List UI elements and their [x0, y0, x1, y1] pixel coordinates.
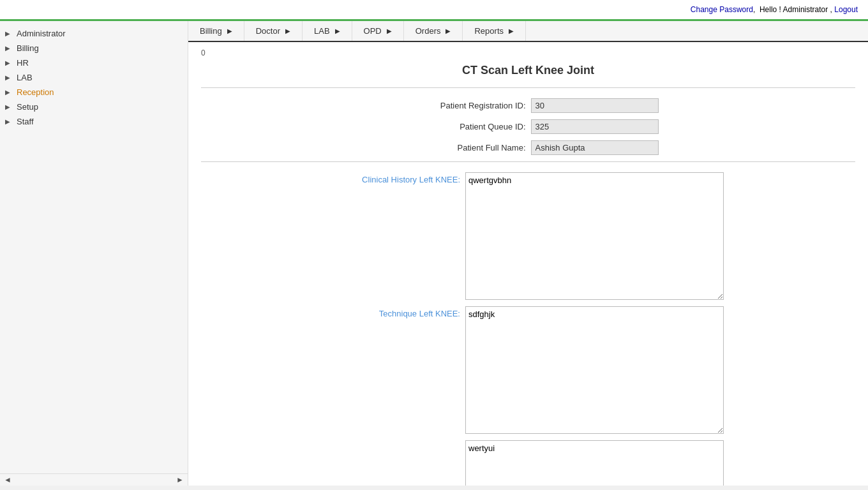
sidebar-toggle[interactable]: ◄ ►: [0, 473, 188, 486]
nav-arrow-icon: ▶: [227, 27, 232, 34]
sidebar-label: Administrator: [17, 29, 66, 38]
arrow-icon: ▶: [5, 103, 14, 110]
nav-opd-label: OPD: [364, 26, 382, 36]
content-area: 0 CT Scan Left Knee Joint Patient Regist…: [188, 42, 868, 486]
technique-row: Technique Left KNEE:: [201, 306, 855, 434]
nav-arrow-icon: ▶: [445, 27, 451, 34]
sidebar-label: HR: [17, 58, 29, 68]
breadcrumb: 0: [201, 48, 855, 57]
patient-reg-id-input[interactable]: [531, 98, 659, 113]
third-row: [201, 440, 855, 486]
sidebar-item-lab[interactable]: ▶ LAB: [0, 70, 188, 85]
sidebar-label: Reception: [17, 87, 54, 97]
patient-reg-id-label: Patient Registration ID:: [398, 101, 526, 110]
patient-full-name-input[interactable]: [531, 140, 659, 155]
technique-textarea[interactable]: [465, 306, 724, 434]
patient-queue-id-label: Patient Queue ID:: [398, 122, 526, 131]
arrow-icon: ▶: [5, 118, 14, 125]
nav-reports[interactable]: Reports ▶: [463, 21, 526, 41]
nav-arrow-icon: ▶: [509, 27, 514, 34]
divider: [201, 87, 855, 88]
nav-opd[interactable]: OPD ▶: [352, 21, 404, 41]
nav-reports-label: Reports: [474, 26, 504, 36]
nav-billing[interactable]: Billing ▶: [188, 21, 244, 41]
patient-reg-id-row: Patient Registration ID:: [201, 98, 855, 113]
clinical-history-row: Clinical History Left KNEE:: [201, 172, 855, 300]
arrow-icon: ▶: [5, 89, 14, 96]
logout-link[interactable]: Logout: [834, 5, 858, 14]
left-arrow-icon: ◄: [4, 475, 11, 484]
layout: ▶ Administrator ▶ Billing ▶ HR ▶ LAB ▶ R…: [0, 21, 868, 486]
sidebar-item-administrator[interactable]: ▶ Administrator: [0, 26, 188, 41]
patient-full-name-row: Patient Full Name:: [201, 140, 855, 155]
patient-queue-id-input[interactable]: [531, 119, 659, 134]
divider2: [201, 161, 855, 162]
sidebar-item-billing[interactable]: ▶ Billing: [0, 41, 188, 56]
clinical-history-textarea[interactable]: [465, 172, 724, 300]
clinical-history-label: Clinical History Left KNEE:: [333, 172, 460, 184]
page-title: CT Scan Left Knee Joint: [201, 64, 855, 77]
nav-lab[interactable]: LAB ▶: [303, 21, 352, 41]
arrow-icon: ▶: [5, 59, 14, 66]
sidebar: ▶ Administrator ▶ Billing ▶ HR ▶ LAB ▶ R…: [0, 21, 188, 486]
arrow-icon: ▶: [5, 30, 14, 37]
technique-label: Technique Left KNEE:: [333, 306, 460, 318]
sidebar-label: Billing: [17, 43, 39, 53]
change-password-link[interactable]: Change Password: [691, 5, 753, 14]
sidebar-item-staff[interactable]: ▶ Staff: [0, 114, 188, 129]
nav-billing-label: Billing: [200, 26, 222, 36]
sidebar-label: Setup: [17, 102, 38, 112]
third-label: [333, 440, 460, 443]
sidebar-item-setup[interactable]: ▶ Setup: [0, 100, 188, 114]
third-textarea[interactable]: [465, 440, 724, 486]
nav-arrow-icon: ▶: [387, 27, 392, 34]
patient-full-name-label: Patient Full Name:: [398, 143, 526, 152]
top-bar: Change Password, Hello ! Administrator ,…: [0, 0, 868, 21]
nav-lab-label: LAB: [314, 26, 330, 36]
nav-arrow-icon: ▶: [285, 27, 290, 34]
right-arrow-icon: ►: [176, 475, 184, 484]
sidebar-label: Staff: [17, 117, 34, 126]
nav-arrow-icon: ▶: [335, 27, 340, 34]
arrow-icon: ▶: [5, 45, 14, 52]
main-content: Billing ▶ Doctor ▶ LAB ▶ OPD ▶ Orders ▶ …: [188, 21, 868, 486]
nav-doctor-label: Doctor: [256, 26, 280, 36]
nav-doctor[interactable]: Doctor ▶: [244, 21, 303, 41]
sidebar-item-hr[interactable]: ▶ HR: [0, 56, 188, 70]
arrow-icon: ▶: [5, 74, 14, 81]
nav-orders[interactable]: Orders ▶: [404, 21, 463, 41]
sidebar-item-reception[interactable]: ▶ Reception: [0, 85, 188, 100]
patient-queue-id-row: Patient Queue ID:: [201, 119, 855, 134]
nav-bar: Billing ▶ Doctor ▶ LAB ▶ OPD ▶ Orders ▶ …: [188, 21, 868, 42]
nav-orders-label: Orders: [415, 26, 441, 36]
hello-text: Hello ! Administrator ,: [760, 5, 832, 14]
sidebar-label: LAB: [17, 73, 33, 82]
